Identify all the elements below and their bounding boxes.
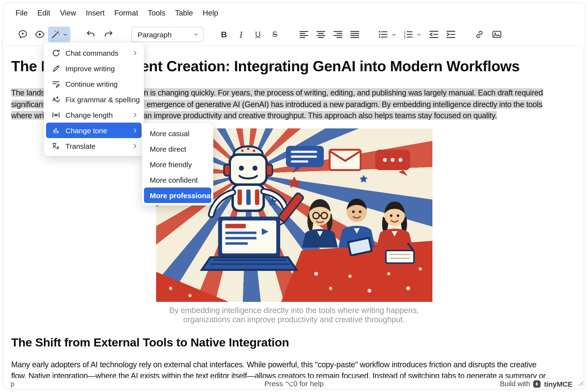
submenu-item-more-casual[interactable]: More casual [144, 126, 211, 141]
outdent-button[interactable] [427, 27, 441, 42]
align-left-button[interactable] [297, 27, 311, 42]
italic-button[interactable]: I [234, 27, 248, 42]
submenu-item-more-professional[interactable]: More professional [144, 188, 211, 203]
ai-dropdown-menu: Chat commands Improve writing Continue w… [44, 43, 144, 156]
block-format-select[interactable]: Paragraph [131, 27, 204, 42]
change-length-icon [51, 110, 61, 120]
strikethrough-button[interactable]: S [268, 27, 282, 42]
menubar-item-help[interactable]: Help [198, 6, 223, 20]
redo-button[interactable] [101, 27, 116, 42]
menubar-item-table[interactable]: Table [170, 6, 198, 20]
paragraph-line: Many early adopters of AI technology rel… [11, 359, 577, 370]
branding[interactable]: Build with tinyMCE [500, 380, 577, 388]
statusbar: p Press ⌥0 for help Build with tinyMCE [3, 378, 585, 389]
body-paragraph[interactable]: Many early adopters of AI technology rel… [11, 359, 577, 378]
brand-prefix-text: Build with [500, 380, 530, 388]
menubar-item-edit[interactable]: Edit [33, 6, 55, 20]
underline-button[interactable]: U [251, 27, 265, 42]
svg-text:3: 3 [404, 36, 406, 39]
chat-commands-icon [51, 48, 61, 58]
submenu-chevron-icon [132, 50, 138, 56]
redo-icon [103, 29, 114, 40]
menubar-item-insert[interactable]: Insert [81, 6, 110, 20]
bold-button[interactable]: B [217, 27, 231, 42]
submenu-item-more-direct[interactable]: More direct [144, 141, 211, 156]
submenu-item-more-confident[interactable]: More confident [144, 172, 211, 188]
help-shortcut-text: Press ⌥0 for help [3, 380, 585, 388]
resize-handle[interactable] [578, 380, 584, 388]
align-justify-icon [349, 29, 360, 40]
submenu-chevron-icon [132, 112, 138, 118]
ai-chat-icon [18, 29, 28, 40]
brand-name-text: tinyMCE [544, 380, 572, 388]
submenu-item-more-friendly[interactable]: More friendly [144, 156, 211, 172]
align-center-button[interactable] [314, 27, 328, 42]
ai-agent-icon [35, 29, 45, 40]
change-tone-submenu: More casual More direct More friendly Mo… [142, 123, 213, 206]
menubar-item-tools[interactable]: Tools [143, 6, 170, 20]
menu-item-change-tone[interactable]: Change tone [46, 122, 142, 138]
menu-item-translate[interactable]: A Translate [46, 138, 142, 154]
fix-grammar-icon: A [51, 94, 61, 104]
submenu-chevron-icon [132, 127, 138, 134]
link-button[interactable] [472, 27, 487, 42]
align-center-icon [316, 29, 326, 40]
document-heading-2: The Shift from External Tools to Native … [11, 336, 577, 349]
bullet-list-options-chevron[interactable] [390, 32, 397, 37]
underline-icon: U [255, 30, 261, 38]
indent-icon [445, 29, 456, 40]
menubar: File Edit View Insert Format Tools Table… [3, 3, 585, 23]
numbered-list-button[interactable]: 1 2 3 [401, 27, 415, 42]
svg-text:A: A [52, 96, 56, 102]
continue-writing-icon [51, 79, 61, 89]
outdent-icon [428, 29, 439, 40]
translate-icon: A [51, 141, 61, 151]
magic-wand-icon [49, 27, 63, 42]
submenu-chevron-icon [132, 143, 138, 149]
align-right-icon [333, 29, 343, 40]
image-button[interactable] [490, 27, 504, 42]
undo-icon [85, 29, 96, 40]
bullet-list-button[interactable] [376, 27, 390, 42]
editor-stage: File Edit View Insert Format Tools Table… [0, 0, 588, 392]
align-right-button[interactable] [331, 27, 345, 42]
chevron-down-icon [63, 32, 68, 37]
ai-shortcuts-button[interactable] [48, 27, 70, 42]
block-format-label: Paragraph [138, 30, 172, 38]
chevron-down-icon [193, 32, 199, 37]
link-icon [474, 29, 485, 40]
menu-item-chat-commands[interactable]: Chat commands [46, 45, 142, 60]
undo-button[interactable] [83, 27, 98, 42]
change-tone-icon [51, 126, 61, 135]
menubar-item-view[interactable]: View [55, 6, 81, 20]
bullet-list-icon [378, 29, 388, 40]
image-caption: By embedding intelligence directly into … [156, 306, 432, 324]
ai-chat-button[interactable] [16, 27, 30, 42]
menubar-item-file[interactable]: File [11, 6, 33, 20]
editor-window: File Edit View Insert Format Tools Table… [3, 2, 585, 390]
bold-icon: B [221, 30, 227, 38]
ai-agent-button[interactable] [33, 27, 47, 42]
strikethrough-icon: S [272, 30, 277, 38]
menubar-item-format[interactable]: Format [110, 6, 143, 20]
image-icon [491, 29, 502, 40]
menu-item-change-length[interactable]: Change length [46, 107, 142, 122]
toolbar: Paragraph B I U S [3, 23, 585, 46]
align-left-icon [299, 29, 309, 40]
italic-icon: I [239, 30, 243, 39]
numbered-list-options-chevron[interactable] [415, 32, 422, 37]
improve-writing-icon [51, 64, 61, 73]
menu-item-continue-writing[interactable]: Continue writing [46, 76, 142, 92]
tinymce-logo-icon [533, 380, 541, 388]
paragraph-line: flow. Native integration—where the AI ex… [11, 370, 577, 378]
numbered-list-icon: 1 2 3 [403, 29, 413, 40]
svg-text:A: A [56, 145, 59, 150]
menu-item-improve-writing[interactable]: Improve writing [46, 60, 142, 76]
indent-button[interactable] [443, 27, 458, 42]
align-justify-button[interactable] [348, 27, 362, 42]
menu-item-fix-grammar[interactable]: A Fix grammar & spelling [46, 92, 142, 107]
